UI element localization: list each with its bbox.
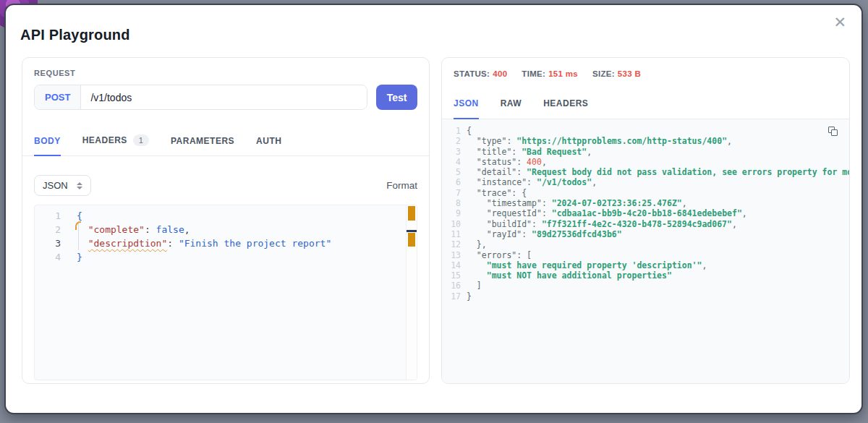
code-line: 8 "timestamp": "2024-07-02T23:36:25.476Z… xyxy=(442,198,849,208)
tab-raw[interactable]: RAW xyxy=(501,90,522,119)
url-input-group: POST xyxy=(34,85,367,110)
request-tabs: BODY HEADERS 1 PARAMETERS AUTH xyxy=(22,124,429,156)
format-button[interactable]: Format xyxy=(386,180,417,191)
code-line-content: } xyxy=(461,291,472,302)
line-number: 4 xyxy=(442,157,461,167)
method-select[interactable]: POST xyxy=(35,85,81,109)
code-line: 6 "instance": "/v1/todos", xyxy=(442,177,849,187)
line-number: 9 xyxy=(442,208,461,218)
code-line-content: "instance": "/v1/todos", xyxy=(461,177,597,187)
lint-warning-marker xyxy=(75,221,81,230)
line-number: 7 xyxy=(442,188,461,198)
status-meta: STATUS:400 xyxy=(454,69,507,78)
code-line-content: { xyxy=(461,126,472,136)
warning-mark xyxy=(408,233,415,247)
tab-response-headers[interactable]: HEADERS xyxy=(543,90,588,119)
code-line-content: "timestamp": "2024-07-02T23:36:25.476Z", xyxy=(461,198,687,208)
body-format-value: JSON xyxy=(43,180,68,191)
code-line: 9 "requestId": "cdbaa1ac-bb9b-4c20-bb18-… xyxy=(442,208,849,218)
scrollbar-thumb[interactable] xyxy=(407,230,417,232)
tab-parameters[interactable]: PARAMETERS xyxy=(171,126,234,156)
time-value: 151 ms xyxy=(548,69,578,78)
line-number: 3 xyxy=(442,147,461,157)
tab-json[interactable]: JSON xyxy=(454,90,479,119)
tab-body-label: BODY xyxy=(34,136,61,146)
warning-mark xyxy=(408,206,415,221)
tab-auth[interactable]: AUTH xyxy=(256,126,281,156)
request-panel: REQUEST POST Test BODY HEADERS 1 PARAMET… xyxy=(22,57,430,384)
response-body-viewer: 1{2 "type": "https://httpproblems.com/ht… xyxy=(442,119,849,383)
request-body-editor[interactable]: 1{2 "complete": false,3 "descripdtion": … xyxy=(34,205,417,380)
request-url-row: POST Test xyxy=(34,85,417,110)
tab-headers-label: HEADERS xyxy=(82,135,127,145)
status-label: STATUS: xyxy=(454,69,490,78)
tab-parameters-label: PARAMETERS xyxy=(171,136,234,146)
request-section-label: REQUEST xyxy=(34,69,417,77)
code-line: 2 "type": "https://httpproblems.com/http… xyxy=(442,136,849,146)
code-line-content: "buildId": "f7f321ff-4e2c-4320-b478-5289… xyxy=(461,219,737,229)
code-line: 3 "descripdtion": "Finish the project re… xyxy=(35,236,417,250)
path-input[interactable] xyxy=(81,85,367,109)
code-line-content: }, xyxy=(461,239,487,249)
code-line: 12 }, xyxy=(442,239,849,249)
line-number: 15 xyxy=(442,270,461,281)
body-format-select[interactable]: JSON xyxy=(34,175,91,196)
page-title: API Playground xyxy=(20,27,130,43)
close-icon[interactable]: ✕ xyxy=(833,14,846,30)
code-line: 4} xyxy=(35,250,417,264)
status-value: 400 xyxy=(493,69,507,78)
size-meta: SIZE:533 B xyxy=(592,69,641,78)
code-line: 10 "buildId": "f7f321ff-4e2c-4320-b478-5… xyxy=(442,219,849,229)
line-number: 1 xyxy=(35,209,61,223)
code-line-content: "descripdtion": "Finish the project repo… xyxy=(61,236,331,250)
code-line-content: "rayId": "89d27536dfcd43b6" xyxy=(461,229,622,239)
tab-headers[interactable]: HEADERS 1 xyxy=(82,124,149,156)
line-number: 2 xyxy=(442,136,461,146)
code-line-content: "must NOT have additional properties" xyxy=(461,270,672,281)
code-line: 13 "errors": [ xyxy=(442,250,849,260)
code-line-content: "must have required property 'descriptio… xyxy=(461,260,707,270)
line-number: 10 xyxy=(442,219,461,229)
line-number: 3 xyxy=(35,236,61,250)
code-line: 4 "status": 400, xyxy=(442,157,849,167)
code-line: 11 "rayId": "89d27536dfcd43b6" xyxy=(442,229,849,239)
line-number: 6 xyxy=(442,177,461,187)
code-line-content: "title": "Bad Request", xyxy=(461,147,592,157)
line-number: 11 xyxy=(442,229,461,239)
line-number: 13 xyxy=(442,250,461,260)
code-line: 15 "must NOT have additional properties" xyxy=(442,270,849,281)
code-line-content: "type": "https://httpproblems.com/http-s… xyxy=(461,136,732,146)
code-line-content: "requestId": "cdbaa1ac-bb9b-4c20-bb18-68… xyxy=(461,208,747,218)
copy-icon[interactable] xyxy=(828,127,838,137)
line-number: 1 xyxy=(442,126,461,136)
code-line-content: } xyxy=(61,250,82,264)
code-line: 1{ xyxy=(442,126,849,136)
api-playground-modal: ✕ API Playground REQUEST POST Test BODY … xyxy=(4,4,863,414)
line-number: 4 xyxy=(35,250,61,264)
code-line: 1{ xyxy=(35,209,417,223)
headers-count-badge: 1 xyxy=(133,134,149,146)
editor-annotation-ruler[interactable] xyxy=(406,205,417,380)
size-label: SIZE: xyxy=(592,69,615,78)
tab-body[interactable]: BODY xyxy=(34,126,61,156)
code-line-content: "status": 400, xyxy=(461,157,547,167)
panels-container: REQUEST POST Test BODY HEADERS 1 PARAMET… xyxy=(22,57,850,384)
line-number: 12 xyxy=(442,239,461,249)
chevron-updown-icon xyxy=(77,182,82,189)
code-line: 14 "must have required property 'descrip… xyxy=(442,260,849,270)
code-line: 16 ] xyxy=(442,281,849,291)
line-number: 5 xyxy=(442,167,461,177)
response-meta-row: STATUS:400 TIME:151 ms SIZE:533 B xyxy=(442,58,849,78)
line-number: 16 xyxy=(442,281,461,291)
code-line: 3 "title": "Bad Request", xyxy=(442,147,849,157)
size-value: 533 B xyxy=(618,69,641,78)
line-number: 14 xyxy=(442,260,461,270)
test-button[interactable]: Test xyxy=(376,85,417,110)
response-tabs: JSON RAW HEADERS xyxy=(442,90,849,119)
time-meta: TIME:151 ms xyxy=(522,69,578,78)
code-line-content: "detail": "Request body did not pass val… xyxy=(461,167,849,177)
tab-auth-label: AUTH xyxy=(256,136,281,146)
line-number: 17 xyxy=(442,291,461,302)
code-line-content: ] xyxy=(461,281,482,291)
time-label: TIME: xyxy=(522,69,545,78)
